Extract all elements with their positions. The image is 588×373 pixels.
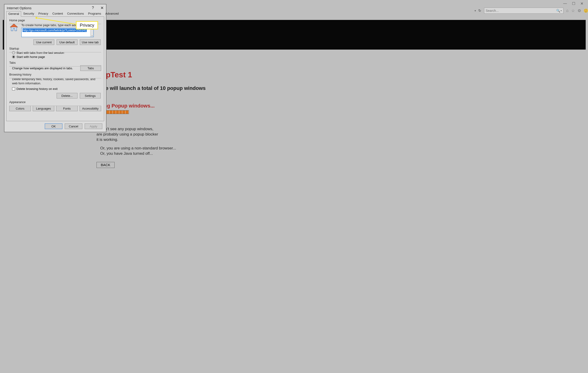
group-browsing-history: Browsing history Delete temporary files,… — [9, 73, 101, 99]
group-tabs: Tabs Change how webpages are displayed i… — [9, 61, 101, 71]
radio-icon — [12, 51, 15, 54]
checkbox-label: Delete browsing history on exit — [16, 87, 58, 91]
group-homepage-legend: Home page — [9, 19, 26, 22]
radio-start-last-session[interactable]: Start with tabs from the last session — [12, 51, 101, 54]
radio-label: Start with tabs from the last session — [16, 51, 64, 54]
tab-advanced[interactable]: Advanced — [103, 11, 121, 16]
refresh-icon[interactable]: ↻ — [478, 9, 481, 13]
search-icon[interactable]: 🔍 — [556, 9, 560, 12]
group-history-legend: Browsing history — [9, 73, 33, 76]
gear-icon[interactable]: ⚙ — [578, 8, 581, 13]
tabs-description: Change how webpages are displayed in tab… — [12, 67, 73, 70]
use-default-button[interactable]: Use default — [57, 39, 77, 45]
fonts-button[interactable]: Fonts — [56, 106, 78, 111]
address-dropdown-icon[interactable]: ▾ — [474, 9, 476, 12]
group-startup-legend: Startup — [9, 47, 21, 50]
callout-dot — [35, 17, 37, 19]
back-button[interactable]: BACK — [96, 162, 115, 168]
result-line-1: u didn't see any popup windows, — [96, 127, 588, 132]
radio-icon-selected — [12, 55, 15, 58]
checkbox-delete-on-exit[interactable]: Delete browsing history on exit — [12, 87, 101, 91]
result-line-2: are probably using a popup blocker — [96, 132, 588, 137]
window-close-button[interactable]: ✕ — [580, 1, 583, 6]
minimize-button[interactable]: — — [563, 1, 567, 6]
home-icon[interactable]: ⌂ — [566, 8, 568, 13]
tab-programs[interactable]: Programs — [86, 11, 103, 16]
languages-button[interactable]: Languages — [33, 106, 54, 111]
done-label: ne! — [96, 117, 588, 123]
search-dropdown-icon[interactable]: ▾ — [561, 10, 562, 12]
group-startup: Startup Start with tabs from the last se… — [9, 47, 101, 59]
maximize-button[interactable]: ☐ — [572, 1, 575, 6]
result-line-3: it is working. — [96, 137, 588, 142]
history-description: Delete temporary files, history, cookies… — [12, 77, 98, 85]
radio-start-home-page[interactable]: Start with home page — [12, 55, 101, 59]
tab-security[interactable]: Security — [21, 11, 36, 16]
search-input[interactable]: Search... 🔍 ▾ — [484, 8, 563, 14]
dialog-titlebar: Internet Options ? ✕ — [4, 4, 106, 11]
dialog-help-button[interactable]: ? — [92, 6, 94, 10]
feedback-smiley-icon[interactable] — [584, 9, 588, 13]
svg-marker-1 — [10, 24, 18, 27]
dialog-body: Home page To create home page tabs, type… — [6, 16, 104, 121]
apply-button[interactable]: Apply — [85, 123, 102, 129]
dialog-title: Internet Options — [7, 6, 92, 10]
accessibility-button[interactable]: Accessibility — [80, 106, 101, 111]
favorites-icon[interactable]: ☆ — [571, 8, 575, 13]
tab-connections[interactable]: Connections — [65, 11, 86, 16]
use-new-tab-button[interactable]: Use new tab — [80, 39, 101, 45]
result-line-4: Or, you are using a non-standard browser… — [100, 146, 588, 151]
ok-button[interactable]: OK — [45, 123, 63, 129]
checkbox-icon — [12, 87, 15, 90]
dialog-tabstrip: General Security Privacy Content Connect… — [4, 11, 106, 16]
result-line-5: Or, you have Java turned off... — [100, 151, 588, 156]
search-placeholder: Search... — [486, 9, 556, 12]
delete-history-button[interactable]: Delete... — [57, 93, 77, 99]
group-tabs-legend: Tabs — [9, 61, 17, 64]
home-page-icon — [9, 23, 19, 32]
group-appearance: Appearance Colors Languages Fonts Access… — [9, 100, 101, 111]
colors-button[interactable]: Colors — [9, 106, 31, 111]
page-subtitle: page will launch a total of 10 popup win… — [96, 85, 588, 91]
radio-label: Start with home page — [16, 55, 45, 59]
dialog-close-button[interactable]: ✕ — [100, 6, 104, 10]
tab-privacy[interactable]: Privacy — [36, 11, 50, 16]
history-settings-button[interactable]: Settings — [80, 93, 101, 99]
loading-label: ading Popup windows... — [96, 103, 588, 109]
callout-privacy-label: Privacy — [76, 21, 98, 30]
cancel-button[interactable]: Cancel — [65, 123, 82, 129]
group-appearance-legend: Appearance — [9, 100, 27, 104]
tab-content[interactable]: Content — [50, 11, 65, 16]
use-current-button[interactable]: Use current — [33, 39, 54, 45]
dialog-button-row: OK Cancel Apply — [4, 121, 106, 132]
page-title: pupTest 1 — [96, 71, 588, 79]
tab-general[interactable]: General — [6, 11, 21, 17]
